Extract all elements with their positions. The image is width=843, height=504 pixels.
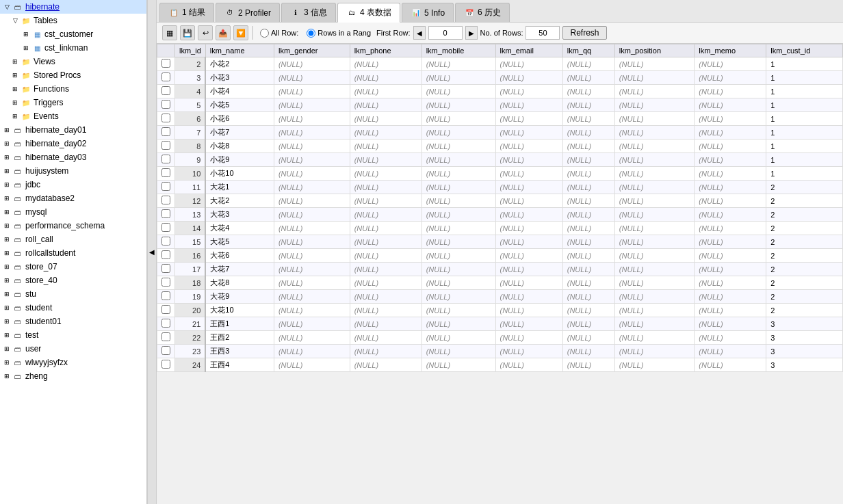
- row-checkbox[interactable]: [161, 346, 170, 355]
- table-row[interactable]: 16大花6(NULL)(NULL)(NULL)(NULL)(NULL)(NULL…: [157, 249, 843, 263]
- table-row[interactable]: 9小花9(NULL)(NULL)(NULL)(NULL)(NULL)(NULL)…: [157, 153, 843, 167]
- sidebar-item-store-07[interactable]: ⊞ 🗃 store_07: [0, 260, 146, 274]
- sidebar-item-mydatabase2[interactable]: ⊞ 🗃 mydatabase2: [0, 191, 146, 205]
- tab-profiler[interactable]: ⏱ 2 Profiler: [216, 3, 280, 22]
- sidebar-item-performance-schema[interactable]: ⊞ 🗃 performance_schema: [0, 219, 146, 233]
- row-checkbox[interactable]: [161, 59, 170, 68]
- expand-icon[interactable]: ⊞: [3, 140, 11, 148]
- sidebar-item-roll-call[interactable]: ⊞ 🗃 roll_call: [0, 233, 146, 246]
- expand-icon[interactable]: ⊞: [3, 345, 11, 353]
- toolbar-btn-restore[interactable]: ↩: [198, 25, 213, 40]
- db-name[interactable]: performance_schema: [25, 221, 105, 230]
- db-name[interactable]: mysql: [25, 207, 47, 217]
- sidebar-item-views[interactable]: ⊞ 📁 Views: [0, 55, 146, 68]
- row-checkbox[interactable]: [161, 141, 170, 150]
- first-row-input[interactable]: [428, 26, 463, 40]
- sidebar-item-cst-customer[interactable]: ⊞ ▦ cst_customer: [0, 27, 146, 41]
- table-row[interactable]: 23王西3(NULL)(NULL)(NULL)(NULL)(NULL)(NULL…: [157, 345, 843, 358]
- expand-icon[interactable]: ⊞: [3, 358, 11, 367]
- sidebar-item-cst-linkman[interactable]: ⊞ ▦ cst_linkman: [0, 41, 146, 55]
- table-row[interactable]: 22王西2(NULL)(NULL)(NULL)(NULL)(NULL)(NULL…: [157, 331, 843, 345]
- table-row[interactable]: 10小花10(NULL)(NULL)(NULL)(NULL)(NULL)(NUL…: [157, 167, 843, 181]
- expand-icon[interactable]: ⊞: [11, 85, 19, 93]
- db-name[interactable]: hibernate_day02: [25, 139, 86, 148]
- db-name[interactable]: jdbc: [25, 180, 40, 189]
- table-name-cst-linkman[interactable]: cst_linkman: [44, 43, 88, 53]
- db-name[interactable]: store_40: [25, 276, 57, 285]
- table-row[interactable]: 17大花7(NULL)(NULL)(NULL)(NULL)(NULL)(NULL…: [157, 263, 843, 276]
- toolbar-btn-save[interactable]: 💾: [180, 25, 195, 40]
- sidebar-item-hibernate-day02[interactable]: ⊞ 🗃 hibernate_day02: [0, 137, 146, 150]
- table-row[interactable]: 24王西4(NULL)(NULL)(NULL)(NULL)(NULL)(NULL…: [157, 358, 843, 372]
- row-checkbox[interactable]: [161, 155, 170, 163]
- table-row[interactable]: 7小花7(NULL)(NULL)(NULL)(NULL)(NULL)(NULL)…: [157, 126, 843, 140]
- sidebar-item-huijusystem[interactable]: ⊞ 🗃 huijusystem: [0, 164, 146, 178]
- expand-icon[interactable]: ⊞: [3, 194, 11, 202]
- expand-icon[interactable]: ▽: [11, 16, 19, 25]
- table-row[interactable]: 5小花5(NULL)(NULL)(NULL)(NULL)(NULL)(NULL)…: [157, 98, 843, 112]
- sidebar-item-hibernate[interactable]: ▽ 🗃 hibernate: [0, 0, 146, 14]
- col-lkm-position[interactable]: lkm_position: [614, 44, 694, 57]
- sidebar-collapse-bar[interactable]: ◀: [147, 0, 157, 504]
- toolbar-btn-filter[interactable]: 🔽: [233, 25, 248, 40]
- sidebar-item-store-40[interactable]: ⊞ 🗃 store_40: [0, 274, 146, 287]
- sidebar-item-hibernate-day03[interactable]: ⊞ 🗃 hibernate_day03: [0, 150, 146, 164]
- expand-icon[interactable]: ▽: [3, 3, 11, 11]
- row-checkbox[interactable]: [161, 305, 170, 314]
- db-name[interactable]: test: [25, 330, 38, 340]
- table-name-cst-customer[interactable]: cst_customer: [44, 29, 93, 39]
- expand-icon[interactable]: ⊞: [11, 57, 19, 66]
- sidebar-item-student01[interactable]: ⊞ 🗃 student01: [0, 315, 146, 328]
- row-checkbox[interactable]: [161, 72, 170, 81]
- table-row[interactable]: 12大花2(NULL)(NULL)(NULL)(NULL)(NULL)(NULL…: [157, 194, 843, 208]
- row-checkbox[interactable]: [161, 182, 170, 191]
- expand-icon[interactable]: ⊞: [3, 208, 11, 216]
- db-name[interactable]: stu: [25, 289, 36, 299]
- db-name[interactable]: huijusystem: [25, 166, 68, 176]
- sidebar-item-hibernate-day01[interactable]: ⊞ 🗃 hibernate_day01: [0, 123, 146, 137]
- expand-icon[interactable]: ⊞: [3, 263, 11, 271]
- db-name[interactable]: student: [25, 303, 52, 313]
- row-checkbox[interactable]: [161, 196, 170, 204]
- sidebar-item-triggers[interactable]: ⊞ 📁 Triggers: [0, 96, 146, 109]
- table-row[interactable]: 18大花8(NULL)(NULL)(NULL)(NULL)(NULL)(NULL…: [157, 276, 843, 290]
- sidebar-item-student[interactable]: ⊞ 🗃 student: [0, 301, 146, 315]
- row-checkbox[interactable]: [161, 86, 170, 95]
- sidebar-item-zheng[interactable]: ⊞ 🗃 zheng: [0, 369, 146, 383]
- tab-info2[interactable]: 📊 5 Info: [402, 3, 454, 22]
- table-row[interactable]: 20大花10(NULL)(NULL)(NULL)(NULL)(NULL)(NUL…: [157, 304, 843, 317]
- db-name[interactable]: wlwyyjsyfzx: [25, 358, 68, 367]
- table-row[interactable]: 8小花8(NULL)(NULL)(NULL)(NULL)(NULL)(NULL)…: [157, 140, 843, 153]
- expand-icon[interactable]: ⊞: [3, 235, 11, 243]
- tab-tabledata[interactable]: 🗂 4 表数据: [337, 3, 400, 23]
- refresh-button[interactable]: Refresh: [562, 26, 606, 40]
- sidebar-item-tables[interactable]: ▽ 📁 Tables: [0, 14, 146, 27]
- sidebar-item-events[interactable]: ⊞ 📁 Events: [0, 109, 146, 123]
- expand-icon[interactable]: ⊞: [11, 112, 19, 120]
- sidebar-item-rollcallstudent[interactable]: ⊞ 🗃 rollcallstudent: [0, 246, 146, 260]
- expand-icon[interactable]: ⊞: [3, 317, 11, 326]
- sidebar-item-stored-procs[interactable]: ⊞ 📁 Stored Procs: [0, 68, 146, 82]
- row-checkbox[interactable]: [161, 250, 170, 259]
- col-lkm-id[interactable]: lkm_id: [175, 44, 206, 57]
- row-checkbox[interactable]: [161, 332, 170, 341]
- expand-icon[interactable]: ⊞: [11, 98, 19, 107]
- col-lkm-phone[interactable]: lkm_phone: [350, 44, 422, 57]
- expand-icon[interactable]: ⊞: [3, 167, 11, 175]
- sidebar-item-functions[interactable]: ⊞ 📁 Functions: [0, 82, 146, 96]
- sidebar-item-mysql[interactable]: ⊞ 🗃 mysql: [0, 205, 146, 219]
- table-row[interactable]: 15大花5(NULL)(NULL)(NULL)(NULL)(NULL)(NULL…: [157, 235, 843, 249]
- tab-info[interactable]: ℹ 3 信息: [281, 3, 336, 22]
- expand-icon[interactable]: ⊞: [3, 249, 11, 257]
- sidebar-item-stu[interactable]: ⊞ 🗃 stu: [0, 287, 146, 301]
- expand-icon[interactable]: ⊞: [3, 126, 11, 134]
- col-lkm-mobile[interactable]: lkm_mobile: [422, 44, 495, 57]
- expand-icon[interactable]: ⊞: [22, 30, 30, 38]
- table-row[interactable]: 2小花2(NULL)(NULL)(NULL)(NULL)(NULL)(NULL)…: [157, 57, 843, 71]
- expand-icon[interactable]: ⊞: [3, 153, 11, 161]
- db-name-hibernate[interactable]: hibernate: [25, 2, 60, 12]
- expand-icon[interactable]: ⊞: [3, 222, 11, 230]
- db-name[interactable]: rollcallstudent: [25, 248, 75, 258]
- table-row[interactable]: 11大花1(NULL)(NULL)(NULL)(NULL)(NULL)(NULL…: [157, 181, 843, 194]
- row-checkbox[interactable]: [161, 360, 170, 369]
